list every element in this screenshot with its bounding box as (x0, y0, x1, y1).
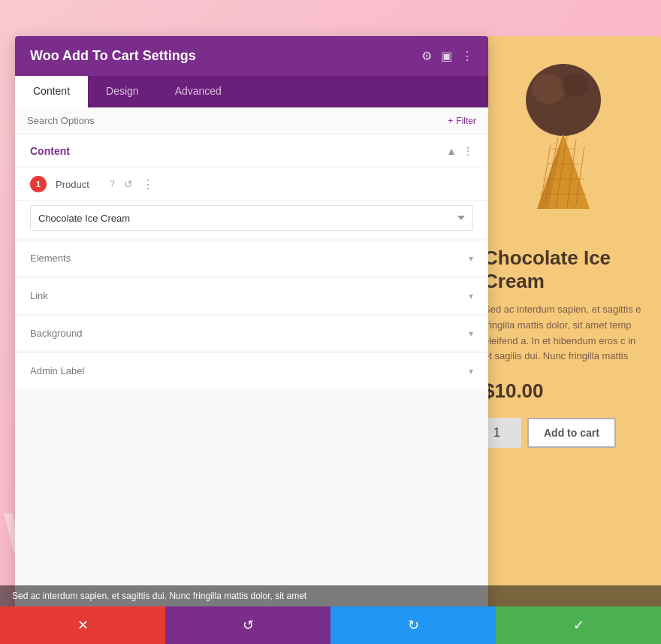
quantity-input[interactable] (484, 418, 521, 448)
filter-label: Filter (456, 116, 476, 126)
link-section: Link ▾ (15, 277, 488, 313)
content-section: Content ▲ ⋮ 1 Product ? ↺ ⋮ Chocolate Ic… (15, 135, 488, 238)
svg-point-2 (561, 73, 588, 97)
product-actions: Add to cart (484, 418, 643, 448)
section-header: Content ▲ ⋮ (15, 135, 488, 168)
layout-icon[interactable]: ▣ (441, 49, 452, 63)
reset-icon[interactable]: ↺ (124, 178, 133, 190)
add-to-cart-button[interactable]: Add to cart (527, 418, 616, 448)
link-chevron: ▾ (469, 291, 473, 301)
search-bar: + Filter (15, 107, 488, 135)
undo-button[interactable]: ↺ (165, 606, 330, 644)
elements-header[interactable]: Elements ▾ (15, 240, 488, 276)
product-image-area (466, 36, 661, 231)
filter-icon: + (448, 116, 453, 126)
product-preview-card: ✕ Chocolate Ice Cream Sed ac interdum sa (466, 36, 661, 607)
svg-point-0 (526, 64, 601, 136)
panel-header: Woo Add To Cart Settings ⚙ ▣ ⋮ (15, 36, 488, 76)
redo-button[interactable]: ↻ (330, 606, 496, 644)
product-select[interactable]: Chocolate Ice Cream (30, 205, 473, 231)
elements-chevron: ▾ (469, 253, 473, 264)
admin-label-chevron: ▾ (469, 366, 473, 376)
settings-panel: Woo Add To Cart Settings ⚙ ▣ ⋮ Content D… (15, 36, 488, 644)
product-field-label: Product (56, 179, 101, 190)
link-label: Link (30, 290, 48, 301)
filter-button[interactable]: + Filter (448, 116, 476, 126)
admin-label-header[interactable]: Admin Label ▾ (15, 353, 488, 389)
preview-product-description: Sed ac interdum sapien, et sagittis e fr… (484, 302, 643, 364)
product-field-value-row: Chocolate Ice Cream (15, 201, 488, 238)
status-text: Sed ac interdum sapien, et sagittis dui.… (12, 591, 306, 601)
bottom-toolbar: ✕ ↺ ↻ ✓ (0, 606, 661, 644)
preview-product-title: Chocolate Ice Cream (484, 246, 643, 293)
settings-icon[interactable]: ⚙ (421, 49, 432, 63)
product-info: Chocolate Ice Cream Sed ac interdum sapi… (466, 231, 661, 463)
preview-product-price: $10.00 (484, 379, 643, 403)
tab-advanced[interactable]: Advanced (157, 76, 240, 107)
section-controls: ▲ ⋮ (446, 145, 473, 157)
link-header[interactable]: Link ▾ (15, 278, 488, 313)
panel-header-actions: ⚙ ▣ ⋮ (421, 49, 473, 63)
admin-label-label: Admin Label (30, 365, 84, 376)
background-header[interactable]: Background ▾ (15, 316, 488, 351)
elements-section: Elements ▾ (15, 240, 488, 276)
field-more-icon[interactable]: ⋮ (142, 177, 154, 192)
search-input[interactable] (27, 115, 448, 126)
svg-point-1 (532, 74, 565, 104)
tab-design[interactable]: Design (88, 76, 157, 107)
section-more-icon[interactable]: ⋮ (463, 145, 473, 157)
background-chevron: ▾ (469, 328, 473, 339)
save-button[interactable]: ✓ (496, 606, 661, 644)
panel-body: Content ▲ ⋮ 1 Product ? ↺ ⋮ Chocolate Ic… (15, 135, 488, 644)
section-title: Content (30, 145, 70, 157)
product-field-row: 1 Product ? ↺ ⋮ (15, 168, 488, 201)
tab-bar: Content Design Advanced (15, 76, 488, 107)
more-icon[interactable]: ⋮ (461, 49, 473, 63)
help-icon[interactable]: ? (110, 179, 115, 189)
tab-content[interactable]: Content (15, 76, 88, 107)
background-label: Background (30, 328, 82, 339)
admin-label-section: Admin Label ▾ (15, 352, 488, 389)
status-bar: Sed ac interdum sapien, et sagittis dui.… (0, 585, 661, 606)
discard-button[interactable]: ✕ (0, 606, 165, 644)
field-number-badge: 1 (30, 176, 47, 192)
collapse-icon[interactable]: ▲ (446, 145, 457, 157)
panel-title: Woo Add To Cart Settings (30, 48, 196, 64)
background-section: Background ▾ (15, 315, 488, 351)
elements-label: Elements (30, 252, 71, 264)
ice-cream-image (515, 44, 612, 216)
